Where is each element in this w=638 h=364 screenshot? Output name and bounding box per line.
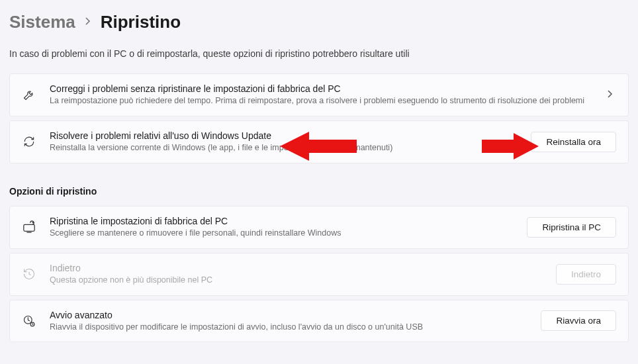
breadcrumb-current: Ripristino bbox=[101, 12, 181, 32]
card-troubleshoot[interactable]: Correggi i problemi senza ripristinare l… bbox=[9, 73, 629, 116]
card-text: Risolvere i problemi relativi all'uso di… bbox=[50, 130, 518, 154]
sync-icon bbox=[22, 134, 36, 149]
advanced-startup-icon bbox=[22, 314, 36, 328]
card-reset-pc: Ripristina le impostazioni di fabbrica d… bbox=[9, 206, 629, 249]
card-text: Correggi i problemi senza ripristinare l… bbox=[50, 83, 591, 107]
page-subtitle: In caso di problemi con il PC o di reimp… bbox=[0, 39, 638, 73]
section-header-recovery-options: Opzioni di ripristino bbox=[0, 167, 638, 206]
card-text: Ripristina le impostazioni di fabbrica d… bbox=[50, 216, 514, 239]
breadcrumb-parent[interactable]: Sistema bbox=[9, 12, 75, 32]
card-desc: Questa opzione non è più disponibile nel… bbox=[50, 275, 543, 286]
card-desc: La reimpostazione può richiedere del tem… bbox=[50, 95, 591, 107]
card-title: Ripristina le impostazioni di fabbrica d… bbox=[50, 216, 514, 226]
history-icon bbox=[22, 267, 36, 281]
breadcrumb: Sistema Ripristino bbox=[0, 0, 638, 39]
svg-rect-0 bbox=[24, 225, 34, 232]
reset-pc-icon bbox=[22, 220, 36, 234]
reinstall-now-button[interactable]: Reinstalla ora bbox=[531, 132, 616, 152]
card-desc: Reinstalla la versione corrente di Windo… bbox=[50, 142, 518, 154]
go-back-button: Indietro bbox=[556, 264, 616, 285]
card-text: Avvio avanzato Riavvia il dispositivo pe… bbox=[50, 310, 527, 333]
restart-now-button[interactable]: Riavvia ora bbox=[541, 310, 616, 331]
card-go-back: Indietro Questa opzione non è più dispon… bbox=[9, 253, 629, 296]
card-desc: Scegliere se mantenere o rimuovere i fil… bbox=[50, 228, 514, 239]
reset-pc-button[interactable]: Ripristina il PC bbox=[527, 217, 616, 238]
chevron-right-icon[interactable] bbox=[604, 89, 616, 101]
card-title: Correggi i problemi senza ripristinare l… bbox=[50, 83, 591, 94]
card-text: Indietro Questa opzione non è più dispon… bbox=[50, 263, 543, 286]
card-advanced-startup: Avvio avanzato Riavvia il dispositivo pe… bbox=[9, 300, 629, 343]
card-title: Risolvere i problemi relativi all'uso di… bbox=[50, 130, 518, 141]
card-title: Avvio avanzato bbox=[50, 310, 527, 320]
card-windows-update-fix: Risolvere i problemi relativi all'uso di… bbox=[9, 120, 629, 163]
wrench-icon bbox=[22, 87, 36, 102]
card-title: Indietro bbox=[50, 263, 543, 273]
chevron-right-icon bbox=[85, 17, 91, 28]
card-desc: Riavvia il dispositivo per modificare le… bbox=[50, 322, 527, 333]
